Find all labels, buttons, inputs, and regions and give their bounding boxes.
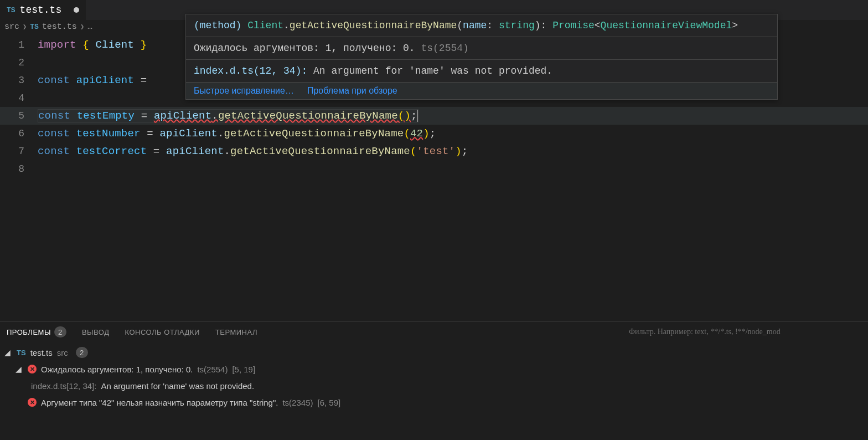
code-line[interactable]: 5 const testEmpty = apiClient.getActiveQ…: [0, 107, 868, 125]
breadcrumb-more: …: [87, 22, 92, 32]
chevron-right-icon: ❯: [23, 23, 27, 31]
line-number: 7: [0, 146, 38, 157]
line-number: 5: [0, 110, 38, 121]
typescript-icon: TS: [30, 23, 39, 31]
file-problem-count-badge: 2: [76, 347, 88, 358]
typescript-icon: TS: [7, 6, 16, 14]
hover-related: index.d.ts(12, 34): An argument for 'nam…: [186, 60, 777, 83]
problem-item[interactable]: ◢ ✕ Аргумент типа "42" нельзя назначить …: [0, 394, 868, 411]
bottom-panel: ПРОБЛЕМЫ2 ВЫВОД КОНСОЛЬ ОТЛАДКИ ТЕРМИНАЛ…: [0, 321, 868, 440]
code-line[interactable]: 6 const testNumber = apiClient.getActive…: [0, 125, 868, 142]
editor-area[interactable]: (method) Client.getActiveQuestionnaireBy…: [0, 34, 868, 178]
dirty-indicator-icon: [74, 7, 79, 13]
hover-tooltip: (method) Client.getActiveQuestionnaireBy…: [185, 14, 778, 100]
chevron-down-icon[interactable]: ◢: [16, 365, 23, 374]
hover-error: Ожидалось аргументов: 1, получено: 0. ts…: [186, 37, 777, 60]
problems-file-row[interactable]: ◢ TS test.ts src 2: [0, 344, 868, 361]
line-number: 2: [0, 57, 38, 68]
line-number: 1: [0, 39, 38, 50]
code-line[interactable]: 7 const testCorrect = apiClient.getActiv…: [0, 142, 868, 160]
code-line[interactable]: 8: [0, 160, 868, 178]
error-icon: ✕: [28, 365, 37, 374]
hover-actions: Быстрое исправление… Проблема при обзоре: [186, 83, 777, 99]
breadcrumb-root: src: [4, 22, 19, 32]
problem-related[interactable]: index.d.ts[12, 34]: An argument for 'nam…: [0, 377, 868, 394]
problems-filter[interactable]: [624, 322, 868, 342]
problem-item[interactable]: ◢ ✕ Ожидалось аргументов: 1, получено: 0…: [0, 361, 868, 377]
line-number: 8: [0, 163, 38, 175]
chevron-right-icon: ❯: [80, 23, 84, 31]
line-number: 6: [0, 128, 38, 139]
tab-terminal[interactable]: ТЕРМИНАЛ: [215, 328, 257, 336]
text-cursor: [417, 110, 418, 122]
problems-file-name: test.ts: [30, 348, 53, 357]
typescript-icon: TS: [17, 349, 26, 357]
peek-problem-link[interactable]: Проблема при обзоре: [307, 86, 397, 96]
problems-list: ◢ TS test.ts src 2 ◢ ✕ Ожидалось аргумен…: [0, 342, 868, 413]
breadcrumb-file: test.ts: [42, 22, 77, 32]
filter-input[interactable]: [624, 324, 868, 340]
hover-signature: (method) Client.getActiveQuestionnaireBy…: [186, 14, 777, 37]
problems-file-dir: src: [57, 348, 68, 357]
tab-test-ts[interactable]: TS test.ts: [0, 0, 86, 20]
error-icon: ✕: [28, 398, 37, 407]
quick-fix-link[interactable]: Быстрое исправление…: [194, 86, 294, 96]
tab-problems[interactable]: ПРОБЛЕМЫ2: [7, 326, 66, 337]
line-number: 4: [0, 93, 38, 104]
chevron-down-icon[interactable]: ◢: [4, 348, 12, 357]
line-number: 3: [0, 75, 38, 86]
tab-output[interactable]: ВЫВОД: [82, 328, 110, 336]
tab-debug-console[interactable]: КОНСОЛЬ ОТЛАДКИ: [125, 328, 199, 336]
problems-count-badge: 2: [54, 326, 66, 337]
panel-tabs: ПРОБЛЕМЫ2 ВЫВОД КОНСОЛЬ ОТЛАДКИ ТЕРМИНАЛ: [0, 322, 868, 342]
tab-label: test.ts: [20, 4, 62, 16]
